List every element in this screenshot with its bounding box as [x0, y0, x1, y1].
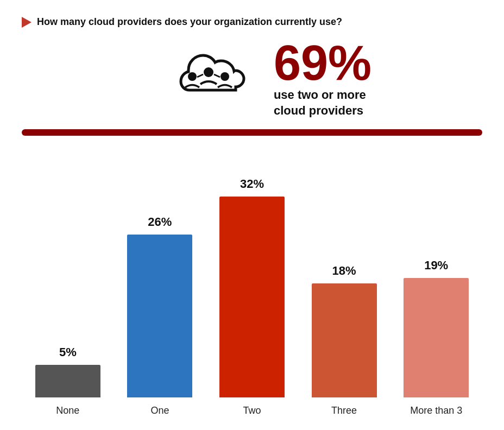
- bar-label-top-none: 5%: [59, 345, 77, 359]
- triangle-icon: [22, 17, 32, 28]
- bar-group-one: 26% One: [127, 215, 192, 397]
- bar-label-top-three: 18%: [332, 264, 356, 278]
- question-row: How many cloud providers does your organ…: [22, 16, 482, 28]
- bar-label-top-one: 26%: [148, 215, 172, 229]
- bar-label-bottom-none: None: [56, 405, 79, 416]
- separator-bar: [22, 129, 482, 136]
- stat-description: use two or morecloud providers: [274, 87, 366, 118]
- svg-point-1: [188, 72, 197, 81]
- bar-two: [219, 197, 285, 397]
- page-container: How many cloud providers does your organ…: [0, 0, 504, 430]
- big-percent: 69%: [274, 39, 371, 87]
- bar-three: [312, 283, 377, 397]
- bar-chart: 5% None 26% One 32% Two 18% Three 19% Mo…: [22, 152, 482, 419]
- question-text: How many cloud providers does your organ…: [37, 16, 342, 28]
- cloud-people-icon: [165, 46, 252, 111]
- bar-label-bottom-one: One: [150, 405, 169, 416]
- bar-one: [127, 235, 192, 397]
- svg-point-0: [204, 67, 213, 77]
- svg-point-2: [220, 72, 229, 81]
- bar-label-top-two: 32%: [240, 177, 264, 191]
- bar-none: [35, 365, 100, 397]
- bar-group-more: 19% More than 3: [404, 258, 469, 397]
- bar-more: [404, 278, 469, 397]
- bar-group-two: 32% Two: [219, 177, 285, 397]
- bar-group-three: 18% Three: [312, 264, 377, 397]
- bar-label-bottom-three: Three: [331, 405, 357, 416]
- bar-label-bottom-two: Two: [243, 405, 261, 416]
- stat-block: 69% use two or morecloud providers: [274, 39, 371, 118]
- bar-label-bottom-more: More than 3: [410, 405, 462, 416]
- highlight-section: 69% use two or morecloud providers: [22, 39, 482, 118]
- bar-group-none: 5% None: [35, 345, 100, 397]
- bar-label-top-more: 19%: [424, 258, 448, 273]
